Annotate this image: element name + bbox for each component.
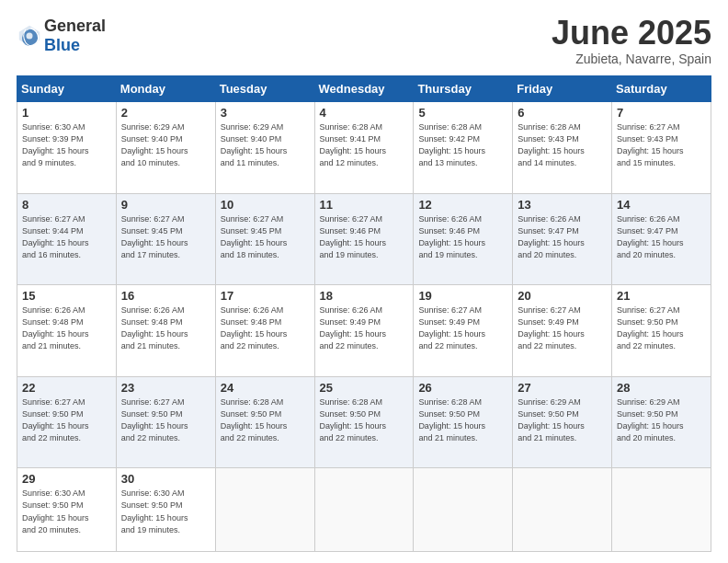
- day-info: Sunrise: 6:27 AM Sunset: 9:50 PM Dayligh…: [121, 396, 211, 444]
- table-row: 12Sunrise: 6:26 AM Sunset: 9:46 PM Dayli…: [414, 193, 513, 285]
- day-number: 9: [121, 198, 211, 212]
- day-info: Sunrise: 6:28 AM Sunset: 9:50 PM Dayligh…: [221, 396, 311, 444]
- day-number: 28: [617, 381, 707, 395]
- calendar-table: Sunday Monday Tuesday Wednesday Thursday…: [17, 75, 711, 552]
- logo: General Blue: [17, 17, 106, 55]
- day-number: 1: [22, 106, 112, 120]
- day-number: 30: [121, 472, 211, 486]
- day-number: 14: [617, 198, 707, 212]
- page: General Blue June 2025 Zubieta, Navarre,…: [0, 0, 728, 563]
- table-row: 30Sunrise: 6:30 AM Sunset: 9:50 PM Dayli…: [116, 468, 215, 552]
- table-row: 29Sunrise: 6:30 AM Sunset: 9:50 PM Dayli…: [17, 468, 117, 552]
- day-number: 20: [518, 289, 608, 303]
- day-number: 18: [320, 289, 410, 303]
- col-tuesday: Tuesday: [215, 76, 314, 102]
- table-row: 21Sunrise: 6:27 AM Sunset: 9:50 PM Dayli…: [612, 285, 711, 377]
- table-row: 14Sunrise: 6:26 AM Sunset: 9:47 PM Dayli…: [612, 193, 711, 285]
- day-number: 22: [22, 381, 112, 395]
- location: Zubieta, Navarre, Spain: [552, 52, 711, 66]
- day-number: 5: [418, 106, 508, 120]
- day-info: Sunrise: 6:27 AM Sunset: 9:50 PM Dayligh…: [22, 396, 112, 444]
- day-info: Sunrise: 6:27 AM Sunset: 9:46 PM Dayligh…: [320, 213, 410, 261]
- table-row: [414, 468, 513, 552]
- table-row: 2Sunrise: 6:29 AM Sunset: 9:40 PM Daylig…: [116, 102, 215, 194]
- day-number: 3: [221, 106, 311, 120]
- day-number: 6: [518, 106, 608, 120]
- calendar-header-row: Sunday Monday Tuesday Wednesday Thursday…: [17, 76, 711, 102]
- table-row: 28Sunrise: 6:29 AM Sunset: 9:50 PM Dayli…: [612, 376, 711, 468]
- table-row: 20Sunrise: 6:27 AM Sunset: 9:49 PM Dayli…: [513, 285, 612, 377]
- day-info: Sunrise: 6:28 AM Sunset: 9:42 PM Dayligh…: [418, 121, 508, 169]
- day-info: Sunrise: 6:26 AM Sunset: 9:46 PM Dayligh…: [418, 213, 508, 261]
- day-number: 25: [320, 381, 410, 395]
- day-number: 29: [22, 472, 112, 486]
- day-info: Sunrise: 6:26 AM Sunset: 9:48 PM Dayligh…: [121, 304, 211, 352]
- day-number: 19: [418, 289, 508, 303]
- table-row: 3Sunrise: 6:29 AM Sunset: 9:40 PM Daylig…: [215, 102, 314, 194]
- table-row: 26Sunrise: 6:28 AM Sunset: 9:50 PM Dayli…: [414, 376, 513, 468]
- table-row: 8Sunrise: 6:27 AM Sunset: 9:44 PM Daylig…: [17, 193, 117, 285]
- table-row: 22Sunrise: 6:27 AM Sunset: 9:50 PM Dayli…: [17, 376, 117, 468]
- calendar-week-row: 1Sunrise: 6:30 AM Sunset: 9:39 PM Daylig…: [17, 102, 711, 194]
- title-block: June 2025 Zubieta, Navarre, Spain: [552, 17, 711, 66]
- day-info: Sunrise: 6:27 AM Sunset: 9:45 PM Dayligh…: [221, 213, 311, 261]
- day-number: 26: [418, 381, 508, 395]
- day-info: Sunrise: 6:26 AM Sunset: 9:47 PM Dayligh…: [617, 213, 707, 261]
- day-info: Sunrise: 6:30 AM Sunset: 9:50 PM Dayligh…: [22, 488, 112, 535]
- day-info: Sunrise: 6:28 AM Sunset: 9:50 PM Dayligh…: [418, 396, 508, 444]
- calendar-week-row: 22Sunrise: 6:27 AM Sunset: 9:50 PM Dayli…: [17, 376, 711, 468]
- day-info: Sunrise: 6:27 AM Sunset: 9:50 PM Dayligh…: [617, 304, 707, 352]
- day-info: Sunrise: 6:28 AM Sunset: 9:50 PM Dayligh…: [320, 396, 410, 444]
- day-info: Sunrise: 6:29 AM Sunset: 9:40 PM Dayligh…: [121, 121, 211, 169]
- day-info: Sunrise: 6:26 AM Sunset: 9:49 PM Dayligh…: [320, 304, 410, 352]
- table-row: 10Sunrise: 6:27 AM Sunset: 9:45 PM Dayli…: [215, 193, 314, 285]
- day-number: 24: [221, 381, 311, 395]
- table-row: 18Sunrise: 6:26 AM Sunset: 9:49 PM Dayli…: [314, 285, 414, 377]
- day-number: 2: [121, 106, 211, 120]
- month-title: June 2025: [552, 17, 711, 50]
- day-info: Sunrise: 6:27 AM Sunset: 9:49 PM Dayligh…: [418, 304, 508, 352]
- day-info: Sunrise: 6:29 AM Sunset: 9:40 PM Dayligh…: [221, 121, 311, 169]
- table-row: 25Sunrise: 6:28 AM Sunset: 9:50 PM Dayli…: [314, 376, 414, 468]
- table-row: 9Sunrise: 6:27 AM Sunset: 9:45 PM Daylig…: [116, 193, 215, 285]
- calendar-week-row: 29Sunrise: 6:30 AM Sunset: 9:50 PM Dayli…: [17, 468, 711, 552]
- table-row: 5Sunrise: 6:28 AM Sunset: 9:42 PM Daylig…: [414, 102, 513, 194]
- day-number: 16: [121, 289, 211, 303]
- table-row: 27Sunrise: 6:29 AM Sunset: 9:50 PM Dayli…: [513, 376, 612, 468]
- svg-point-1: [27, 33, 33, 40]
- day-number: 17: [221, 289, 311, 303]
- day-number: 7: [617, 106, 707, 120]
- calendar-week-row: 8Sunrise: 6:27 AM Sunset: 9:44 PM Daylig…: [17, 193, 711, 285]
- col-saturday: Saturday: [612, 76, 711, 102]
- day-number: 27: [518, 381, 608, 395]
- table-row: [513, 468, 612, 552]
- day-number: 4: [320, 106, 410, 120]
- day-number: 13: [518, 198, 608, 212]
- general-blue-icon: [17, 23, 42, 49]
- table-row: 7Sunrise: 6:27 AM Sunset: 9:43 PM Daylig…: [612, 102, 711, 194]
- day-number: 15: [22, 289, 112, 303]
- col-wednesday: Wednesday: [314, 76, 414, 102]
- table-row: 19Sunrise: 6:27 AM Sunset: 9:49 PM Dayli…: [414, 285, 513, 377]
- day-number: 10: [221, 198, 311, 212]
- table-row: 16Sunrise: 6:26 AM Sunset: 9:48 PM Dayli…: [116, 285, 215, 377]
- day-number: 12: [418, 198, 508, 212]
- day-info: Sunrise: 6:28 AM Sunset: 9:43 PM Dayligh…: [518, 121, 608, 169]
- day-number: 23: [121, 381, 211, 395]
- calendar-week-row: 15Sunrise: 6:26 AM Sunset: 9:48 PM Dayli…: [17, 285, 711, 377]
- day-info: Sunrise: 6:29 AM Sunset: 9:50 PM Dayligh…: [617, 396, 707, 444]
- day-info: Sunrise: 6:27 AM Sunset: 9:49 PM Dayligh…: [518, 304, 608, 352]
- day-number: 8: [22, 198, 112, 212]
- col-sunday: Sunday: [17, 76, 117, 102]
- day-info: Sunrise: 6:27 AM Sunset: 9:44 PM Dayligh…: [22, 213, 112, 261]
- day-number: 21: [617, 289, 707, 303]
- day-info: Sunrise: 6:26 AM Sunset: 9:48 PM Dayligh…: [22, 304, 112, 352]
- table-row: 4Sunrise: 6:28 AM Sunset: 9:41 PM Daylig…: [314, 102, 414, 194]
- table-row: [612, 468, 711, 552]
- day-info: Sunrise: 6:27 AM Sunset: 9:43 PM Dayligh…: [617, 121, 707, 169]
- col-friday: Friday: [513, 76, 612, 102]
- day-number: 11: [320, 198, 410, 212]
- col-thursday: Thursday: [414, 76, 513, 102]
- day-info: Sunrise: 6:30 AM Sunset: 9:39 PM Dayligh…: [22, 121, 112, 169]
- day-info: Sunrise: 6:29 AM Sunset: 9:50 PM Dayligh…: [518, 396, 608, 444]
